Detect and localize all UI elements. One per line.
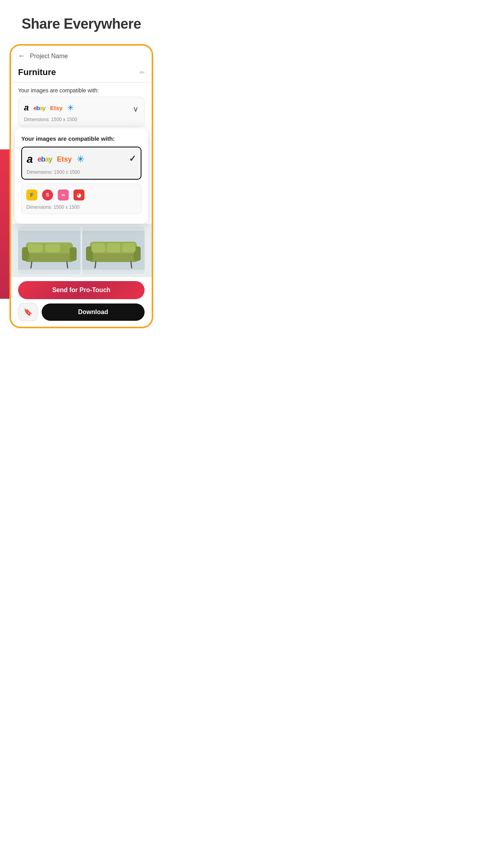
dropdown-popup: Your images are compatible with: a ebay … bbox=[15, 128, 148, 224]
walmart-logo-2: ✳ bbox=[77, 154, 84, 165]
page-title: Share Everywhere bbox=[0, 0, 163, 40]
meesho-logo: m bbox=[58, 189, 69, 200]
flipkart-logo: F bbox=[26, 189, 37, 200]
svg-line-17 bbox=[95, 262, 96, 268]
product-image-1 bbox=[18, 227, 81, 274]
ebay-logo: ebay bbox=[33, 105, 45, 111]
dropdown-label: Your images are compatible with: bbox=[21, 135, 141, 142]
back-arrow-icon[interactable]: ← bbox=[18, 52, 25, 60]
platform-card[interactable]: a ebay Etsy ✳ Dimensions: 1500 x 1500 ∨ bbox=[18, 97, 145, 127]
option1-dimensions: Dimensions: 1500 x 1500 bbox=[27, 169, 129, 175]
product-image-2 bbox=[82, 227, 145, 274]
svg-line-7 bbox=[31, 262, 32, 268]
svg-rect-6 bbox=[46, 244, 61, 252]
option2-dimensions: Dimensions: 1500 x 1500 bbox=[26, 204, 136, 210]
checkmark-icon: ✓ bbox=[129, 154, 136, 164]
phone-frame: ← Project Name Furniture ✏ Your images a… bbox=[9, 44, 153, 328]
platform-option-2[interactable]: F S m ◕ Dimensions: 1500 x 1500 bbox=[21, 184, 141, 214]
svg-line-8 bbox=[67, 262, 68, 268]
project-name-label: Project Name bbox=[30, 53, 68, 60]
chevron-down-icon[interactable]: ∨ bbox=[133, 104, 139, 114]
bottom-buttons: Send for Pro-Touch 🔖 Download bbox=[11, 277, 152, 327]
amazon-logo-2: a bbox=[27, 153, 33, 166]
compatible-label: Your images are compatible with: bbox=[11, 83, 152, 97]
bookmark-button[interactable]: 🔖 bbox=[18, 303, 38, 321]
svg-rect-16 bbox=[122, 243, 136, 252]
svg-line-18 bbox=[131, 262, 132, 268]
sofa-svg-2 bbox=[82, 231, 145, 270]
project-title: Furniture bbox=[18, 67, 56, 77]
ebay-logo-2: ebay bbox=[38, 155, 52, 164]
furniture-section: Furniture ✏ bbox=[11, 64, 152, 83]
phone-inner: ← Project Name Furniture ✏ Your images a… bbox=[11, 46, 152, 327]
option2-logos-row: F S m ◕ bbox=[26, 189, 136, 200]
phone-header: ← Project Name bbox=[11, 46, 152, 64]
option1-logos: a ebay Etsy ✳ Dimensions: 1500 x 1500 bbox=[27, 153, 129, 175]
edit-icon[interactable]: ✏ bbox=[139, 69, 145, 76]
svg-rect-5 bbox=[28, 244, 43, 252]
dimensions-label: Dimensions: 1500 x 1500 bbox=[24, 117, 133, 122]
platform-option-1[interactable]: a ebay Etsy ✳ Dimensions: 1500 x 1500 ✓ bbox=[21, 147, 141, 180]
bottom-row: 🔖 Download bbox=[18, 303, 145, 321]
shopify-logo: S bbox=[42, 189, 53, 200]
product-images-section bbox=[11, 224, 152, 277]
option1-logos-row: a ebay Etsy ✳ bbox=[27, 153, 129, 166]
svg-rect-15 bbox=[107, 243, 121, 252]
platform-logos: a ebay Etsy ✳ Dimensions: 1500 x 1500 bbox=[24, 103, 133, 122]
logos-row: a ebay Etsy ✳ bbox=[24, 103, 133, 113]
etsy-logo: Etsy bbox=[50, 105, 62, 111]
bookmark-icon: 🔖 bbox=[24, 308, 32, 316]
svg-rect-4 bbox=[70, 247, 77, 261]
download-button[interactable]: Download bbox=[42, 303, 145, 321]
amazon-logo: a bbox=[24, 103, 29, 113]
snapdeal-logo: ◕ bbox=[73, 189, 84, 200]
pro-touch-button[interactable]: Send for Pro-Touch bbox=[18, 281, 145, 299]
sofa-svg-1 bbox=[18, 231, 81, 270]
etsy-logo-2: Etsy bbox=[57, 155, 72, 164]
walmart-logo: ✳ bbox=[67, 103, 74, 112]
svg-rect-14 bbox=[92, 243, 105, 252]
page-wrapper: Share Everywhere ← Project Name Furnitur… bbox=[0, 0, 163, 328]
